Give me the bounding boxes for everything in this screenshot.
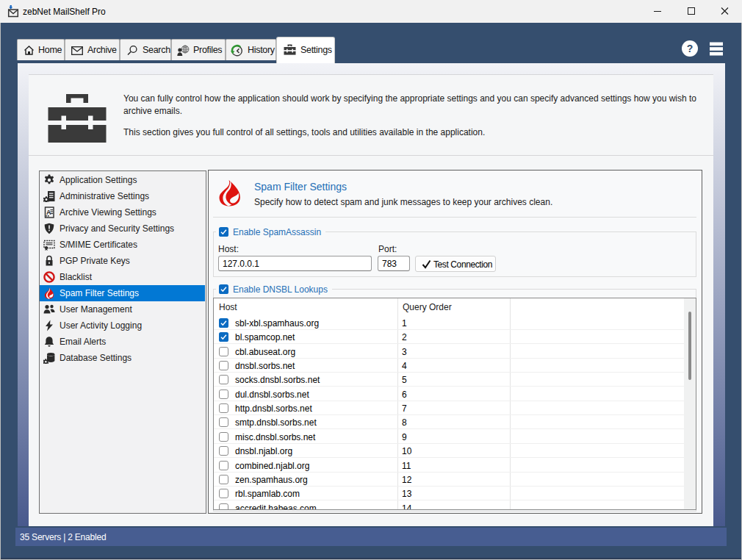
svg-text:?: ? bbox=[687, 43, 694, 54]
